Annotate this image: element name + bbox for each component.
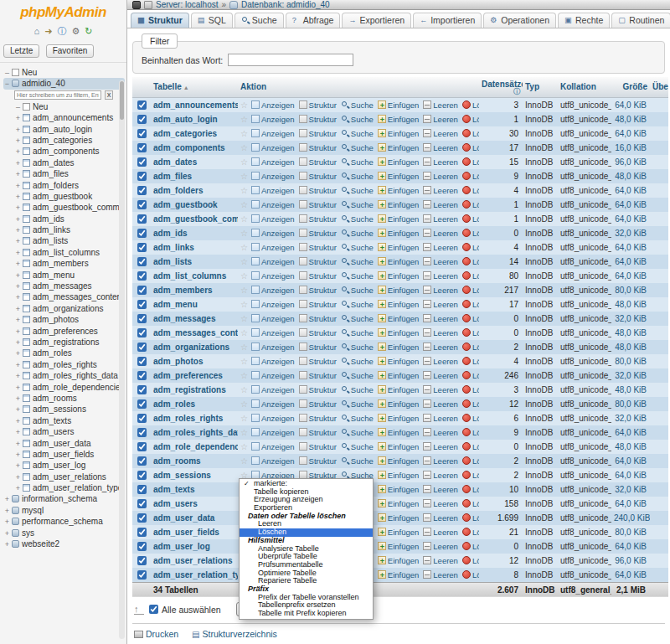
- expand-icon[interactable]: +: [14, 483, 22, 493]
- expand-icon[interactable]: +: [14, 315, 22, 325]
- drop-link[interactable]: Löschen: [462, 385, 479, 394]
- empty-link[interactable]: Leeren: [423, 513, 458, 523]
- drop-link[interactable]: Löschen: [462, 528, 479, 537]
- dropdown-item-option[interactable]: Überprüfe Tabelle: [240, 553, 373, 561]
- browse-link[interactable]: Anzeigen: [251, 414, 295, 423]
- structure-link[interactable]: Struktur: [299, 115, 337, 124]
- empty-link[interactable]: Leeren: [423, 143, 458, 152]
- dropdown-item-option[interactable]: Löschen: [240, 528, 373, 537]
- table-name-link[interactable]: adm_menu: [153, 300, 198, 309]
- table-name-link[interactable]: adm_user_fields: [153, 528, 219, 537]
- tree-table-adm_roles_rights_data[interactable]: +adm_roles_rights_data: [3, 370, 125, 381]
- favorite-star-icon[interactable]: ☆: [240, 442, 248, 451]
- row-checkbox[interactable]: [137, 499, 147, 508]
- tree-table-adm_texts[interactable]: +adm_texts: [3, 415, 125, 426]
- phpmyadmin-logo[interactable]: phpMyAdmin: [0, 0, 126, 22]
- row-checkbox[interactable]: [137, 456, 147, 466]
- row-checkbox[interactable]: [137, 186, 147, 195]
- table-name-link[interactable]: adm_user_relation_types: [153, 570, 238, 580]
- drop-link[interactable]: Löschen: [462, 286, 479, 295]
- expand-icon[interactable]: +: [14, 113, 22, 123]
- expand-icon[interactable]: +: [14, 461, 22, 471]
- drop-link[interactable]: Löschen: [462, 328, 479, 337]
- empty-link[interactable]: Leeren: [423, 286, 458, 295]
- tree-table-adm_preferences[interactable]: +adm_preferences: [3, 326, 125, 337]
- insert-link[interactable]: Einfügen: [378, 172, 420, 181]
- dropdown-item-option[interactable]: Erzeugung anzeigen: [240, 496, 373, 504]
- row-checkbox[interactable]: [137, 513, 147, 523]
- drop-link[interactable]: Löschen: [462, 556, 479, 565]
- tree-table-adm_guestbook[interactable]: +adm_guestbook: [3, 191, 125, 202]
- structure-link[interactable]: Struktur: [299, 143, 337, 152]
- empty-link[interactable]: Leeren: [423, 570, 458, 580]
- row-checkbox[interactable]: [137, 100, 147, 110]
- empty-link[interactable]: Leeren: [423, 172, 458, 181]
- check-all-checkbox[interactable]: [149, 605, 158, 614]
- drop-link[interactable]: Löschen: [462, 343, 479, 352]
- search-link[interactable]: Suche: [341, 243, 374, 252]
- table-name-link[interactable]: adm_guestbook_comments: [153, 214, 238, 224]
- structure-link[interactable]: Struktur: [299, 399, 337, 409]
- drop-link[interactable]: Löschen: [462, 542, 479, 551]
- insert-link[interactable]: Einfügen: [378, 428, 420, 437]
- tree-table-adm_roles[interactable]: +adm_roles: [3, 348, 125, 358]
- browse-link[interactable]: Anzeigen: [251, 129, 295, 138]
- collapse-icon[interactable]: −: [3, 79, 11, 89]
- empty-link[interactable]: Leeren: [423, 214, 458, 224]
- recent-tables-button[interactable]: Letzte: [3, 44, 39, 58]
- expand-icon[interactable]: +: [3, 528, 11, 538]
- empty-link[interactable]: Leeren: [423, 328, 458, 337]
- row-checkbox[interactable]: [137, 385, 147, 394]
- table-name-link[interactable]: adm_sessions: [153, 471, 211, 480]
- drop-link[interactable]: Löschen: [462, 570, 479, 580]
- tree-table-adm_ids[interactable]: +adm_ids: [3, 214, 125, 224]
- search-link[interactable]: Suche: [341, 129, 374, 138]
- favorite-star-icon[interactable]: ☆: [240, 328, 248, 337]
- tree-table-adm_sessions[interactable]: +adm_sessions: [3, 404, 125, 415]
- search-link[interactable]: Suche: [341, 143, 374, 152]
- breadcrumb-database-link[interactable]: Datenbank: admidio_40: [241, 0, 330, 9]
- search-link[interactable]: Suche: [341, 300, 374, 309]
- browse-link[interactable]: Anzeigen: [251, 456, 295, 466]
- table-name-link[interactable]: adm_rooms: [153, 456, 201, 466]
- drop-link[interactable]: Löschen: [462, 442, 479, 451]
- browse-link[interactable]: Anzeigen: [251, 115, 295, 124]
- tree-item-new-database[interactable]: –Neu: [3, 67, 125, 78]
- favorite-star-icon[interactable]: ☆: [240, 357, 248, 366]
- expand-icon[interactable]: +: [14, 192, 22, 202]
- header-overhead[interactable]: Überhang: [650, 77, 668, 97]
- tab-struktur[interactable]: ▦Struktur: [131, 13, 189, 28]
- expand-icon[interactable]: +: [14, 472, 22, 482]
- browse-link[interactable]: Anzeigen: [251, 286, 295, 295]
- structure-link[interactable]: Struktur: [299, 385, 337, 394]
- tree-table-adm_links[interactable]: +adm_links: [3, 224, 125, 235]
- structure-link[interactable]: Struktur: [299, 328, 337, 337]
- expand-icon[interactable]: +: [14, 292, 22, 302]
- search-link[interactable]: Suche: [341, 257, 374, 266]
- tree-table-adm_rooms[interactable]: +adm_rooms: [3, 393, 125, 404]
- structure-link[interactable]: Struktur: [299, 428, 337, 437]
- tree-table-adm_role_dependencies[interactable]: +adm_role_dependencies: [3, 382, 125, 393]
- row-checkbox[interactable]: [137, 399, 147, 409]
- empty-link[interactable]: Leeren: [423, 442, 458, 451]
- favorite-star-icon[interactable]: ☆: [240, 129, 248, 138]
- tab-abfrage[interactable]: ?Abfrage: [286, 13, 341, 28]
- row-checkbox[interactable]: [137, 271, 147, 281]
- drop-link[interactable]: Löschen: [462, 471, 479, 480]
- row-checkbox[interactable]: [137, 485, 147, 494]
- drop-link[interactable]: Löschen: [462, 371, 479, 380]
- tree-table-adm_registrations[interactable]: +adm_registrations: [3, 337, 125, 348]
- browse-link[interactable]: Anzeigen: [251, 357, 295, 366]
- expand-icon[interactable]: +: [3, 517, 11, 527]
- drop-link[interactable]: Löschen: [462, 357, 479, 366]
- structure-link[interactable]: Struktur: [299, 357, 337, 366]
- insert-link[interactable]: Einfügen: [378, 343, 420, 352]
- empty-link[interactable]: Leeren: [423, 257, 458, 266]
- table-name-link[interactable]: adm_organizations: [153, 343, 229, 352]
- table-name-link[interactable]: adm_categories: [153, 129, 217, 138]
- row-checkbox[interactable]: [137, 414, 147, 423]
- insert-link[interactable]: Einfügen: [378, 257, 420, 266]
- table-name-link[interactable]: adm_announcements: [153, 100, 238, 110]
- empty-link[interactable]: Leeren: [423, 556, 458, 565]
- browse-link[interactable]: Anzeigen: [251, 157, 295, 167]
